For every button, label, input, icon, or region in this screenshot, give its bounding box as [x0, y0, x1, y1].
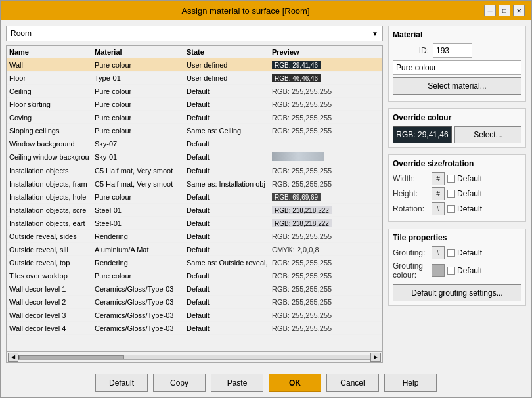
table-row[interactable]: Outside reveal, sill Aluminium/A Mat Def…: [7, 243, 382, 256]
row-preview: RGB: 255,255,255: [272, 324, 380, 332]
row-preview: RGB: 255,255,255: [272, 298, 380, 306]
cancel-button[interactable]: Cancel: [326, 374, 379, 392]
row-state: User defined: [187, 74, 272, 82]
height-hash-button[interactable]: #: [432, 187, 445, 200]
table-row[interactable]: Ceiling window backgrou Sky-01 Default: [7, 150, 382, 164]
width-default-checkbox[interactable]: [447, 175, 455, 183]
row-state: Default: [187, 87, 272, 95]
table-row[interactable]: Installation objects, fram C5 Half mat, …: [7, 177, 382, 190]
table-row[interactable]: Installation objects, hole Pure colour D…: [7, 190, 382, 204]
table-row[interactable]: Window background Sky-07 Default: [7, 137, 382, 150]
row-name: Sloping ceilings: [9, 127, 95, 135]
help-button[interactable]: Help: [384, 374, 437, 392]
minimize-button[interactable]: ─: [484, 5, 496, 16]
scroll-left-button[interactable]: ◀: [8, 353, 18, 362]
row-state: Default: [187, 114, 272, 122]
row-preview: RGB: 255,255,255: [272, 127, 380, 135]
table-row[interactable]: Outside reveal, top Rendering Same as: O…: [7, 256, 382, 269]
paste-button[interactable]: Paste: [211, 374, 263, 392]
row-material: Rendering: [95, 232, 187, 240]
close-button[interactable]: ✕: [513, 5, 525, 16]
table-row[interactable]: Installation objects, scre Steel-01 Defa…: [7, 204, 382, 217]
scroll-right-button[interactable]: ▶: [370, 353, 381, 362]
table-row[interactable]: Wall decor level 1 Ceramics/Gloss/Type-0…: [7, 282, 382, 296]
row-material: Aluminium/A Mat: [95, 246, 187, 254]
table-row[interactable]: Sloping ceilings Pure colour Same as: Ce…: [7, 124, 382, 137]
table-row[interactable]: Ceiling Pure colour Default RGB: 255,255…: [7, 85, 382, 98]
grouting-colour-default-label: Default: [457, 266, 482, 275]
tile-properties-title: Tile properties: [393, 233, 521, 242]
table-row[interactable]: Coving Pure colour Default RGB: 255,255,…: [7, 111, 382, 124]
table-row[interactable]: Wall decor level 3 Ceramics/Gloss/Type-0…: [7, 309, 382, 322]
row-name: Installation objects, eart: [9, 219, 95, 227]
table-row[interactable]: Floor skirting Pure colour Default RGB: …: [7, 98, 382, 111]
id-value: 193: [433, 43, 472, 58]
col-header-name: Name: [9, 48, 95, 56]
row-state: Default: [187, 193, 272, 201]
rotation-default-checkbox[interactable]: [447, 205, 455, 213]
window-title: Assign material to surface [Room]: [7, 6, 484, 16]
table-row[interactable]: Wall decor level 4 Ceramics/Gloss/Type-0…: [7, 322, 382, 335]
row-state: Default: [187, 206, 272, 214]
override-colour-select-button[interactable]: Select...: [454, 126, 521, 143]
table-row[interactable]: Floor Type-01 User defined RGB: 46,46,46: [7, 72, 382, 85]
row-material: C5 Half mat, Very smoot: [95, 180, 187, 188]
pure-colour-input[interactable]: [393, 60, 521, 75]
table-row[interactable]: Tiles over worktop Pure colour Default R…: [7, 269, 382, 282]
material-section-title: Material: [393, 30, 521, 39]
height-default-label: Default: [457, 189, 482, 198]
width-label: Width:: [393, 174, 429, 183]
row-material: Ceramics/Gloss/Type-03: [95, 311, 187, 319]
table-row[interactable]: Installation objects, eart Steel-01 Defa…: [7, 217, 382, 230]
row-name: Outside reveal, sides: [9, 232, 95, 240]
row-name: Window background: [9, 140, 95, 148]
table-row[interactable]: Wall decor level 2 Ceramics/Gloss/Type-0…: [7, 296, 382, 309]
copy-button[interactable]: Copy: [153, 374, 206, 392]
rotation-hash-button[interactable]: #: [432, 202, 445, 215]
default-grouting-button[interactable]: Default grouting settings...: [393, 284, 521, 301]
grouting-default-checkbox[interactable]: [447, 249, 455, 257]
row-state: Default: [187, 232, 272, 240]
row-preview: RGB: 29,41,46: [272, 61, 380, 69]
ok-button[interactable]: OK: [269, 374, 321, 392]
table-row[interactable]: Installation objects C5 Half mat, Very s…: [7, 164, 382, 177]
rotation-label: Rotation:: [393, 204, 429, 213]
grouting-hash-button[interactable]: #: [432, 246, 445, 259]
maximize-button[interactable]: □: [499, 5, 510, 16]
grouting-colour-default-checkbox[interactable]: [447, 267, 455, 275]
select-material-button[interactable]: Select material...: [393, 77, 521, 95]
table-row[interactable]: Outside reveal, sides Rendering Default …: [7, 230, 382, 243]
row-material: Pure colour: [95, 100, 187, 108]
row-state: Default: [187, 246, 272, 254]
row-material: Steel-01: [95, 219, 187, 227]
row-name: Wall: [9, 61, 95, 69]
width-default-label: Default: [457, 174, 482, 183]
row-state: Default: [187, 167, 272, 175]
row-preview: RGB: 69,69,69: [272, 193, 380, 201]
row-preview: RGB: 255,255,255: [272, 87, 380, 95]
row-state: Default: [187, 219, 272, 227]
default-button[interactable]: Default: [95, 374, 148, 392]
row-state: Default: [187, 140, 272, 148]
room-dropdown[interactable]: Room ▼: [6, 26, 383, 41]
row-name: Installation objects, hole: [9, 193, 95, 201]
row-name: Installation objects, fram: [9, 180, 95, 188]
row-name: Installation objects: [9, 167, 95, 175]
row-state: Default: [187, 285, 272, 293]
row-name: Wall decor level 2: [9, 298, 95, 306]
dropdown-arrow-icon: ▼: [372, 30, 378, 37]
row-material: Rendering: [95, 259, 187, 267]
override-size-title: Override size/rotation: [393, 159, 521, 168]
override-colour-title: Override colour: [393, 113, 521, 122]
col-header-material: Material: [95, 48, 187, 56]
row-state: Default: [187, 272, 272, 280]
row-name: Floor: [9, 74, 95, 82]
width-hash-button[interactable]: #: [432, 172, 445, 185]
row-preview: RGB: 46,46,46: [272, 74, 380, 82]
row-state: Default: [187, 298, 272, 306]
row-state: Default: [187, 324, 272, 332]
row-preview: RGB: 255,255,255: [272, 272, 380, 280]
height-default-checkbox[interactable]: [447, 190, 455, 198]
table-row[interactable]: Wall Pure colour User defined RGB: 29,41…: [7, 58, 382, 72]
rotation-default-label: Default: [457, 204, 482, 213]
